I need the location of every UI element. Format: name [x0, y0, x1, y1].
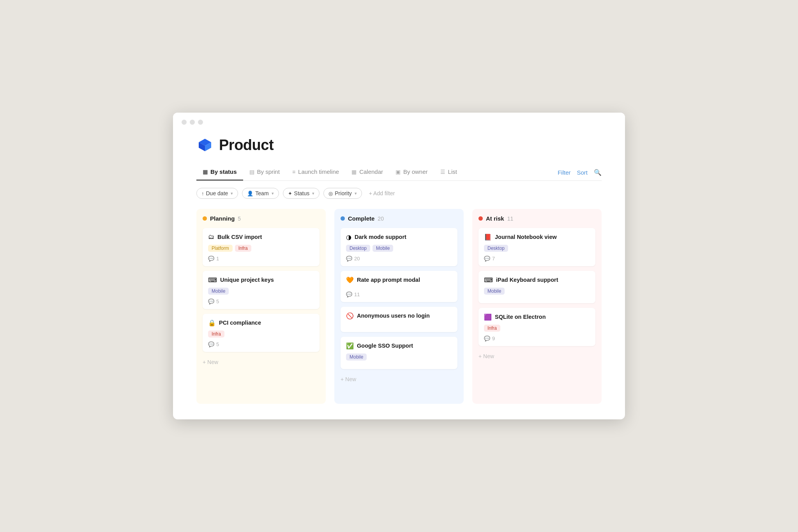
column-planning-header: Planning 5 [203, 215, 320, 222]
card-bulk-csv-icon: 🗂 [208, 233, 214, 240]
chevron-down-icon: ▾ [312, 191, 314, 196]
chevron-down-icon: ▾ [272, 191, 274, 196]
tag-desktop: Desktop [346, 245, 370, 252]
status-dot-at-risk [478, 216, 483, 221]
card-bulk-csv[interactable]: 🗂 Bulk CSV import Platform Infra 💬 1 [203, 228, 320, 266]
tab-by-status-icon: ▦ [203, 169, 208, 175]
filter-due-date[interactable]: ↑ Due date ▾ [196, 188, 238, 199]
tab-list-icon: ☰ [440, 169, 445, 175]
card-sqlite-electron-icon: 🟪 [484, 313, 492, 321]
tag-desktop: Desktop [484, 245, 508, 252]
comment-icon: 💬 [208, 341, 214, 347]
card-ipad-keyboard-title: iPad Keyboard support [496, 276, 558, 284]
card-sqlite-electron[interactable]: 🟪 SQLite on Electron Infra 💬 9 [478, 308, 595, 346]
card-ipad-keyboard-icon: ⌨ [484, 276, 493, 284]
product-icon [196, 136, 214, 154]
app-window: Product ▦ By status ▤ By sprint ≡ Launch… [173, 113, 625, 419]
tag-infra: Infra [208, 331, 224, 338]
due-date-icon: ↑ [201, 191, 204, 196]
status-dot-complete [341, 216, 345, 221]
card-google-sso[interactable]: ✅ Google SSO Support Mobile [341, 337, 457, 369]
add-filter-button[interactable]: + Add filter [366, 188, 398, 198]
tab-list[interactable]: ☰ List [434, 164, 463, 180]
card-dark-mode[interactable]: ◑ Dark mode support Desktop Mobile 💬 20 [341, 228, 457, 266]
tag-platform: Platform [208, 245, 233, 252]
card-ipad-keyboard[interactable]: ⌨ iPad Keyboard support Mobile [478, 271, 595, 303]
card-sqlite-electron-title: SQLite on Electron [495, 313, 546, 321]
column-complete-title: Complete [348, 215, 374, 222]
new-planning-button[interactable]: + New [203, 357, 320, 367]
comment-count: 11 [354, 292, 360, 297]
kanban-board: Planning 5 🗂 Bulk CSV import Platform In… [196, 209, 602, 404]
card-dark-mode-title: Dark mode support [355, 233, 406, 241]
comment-icon: 💬 [484, 336, 490, 341]
priority-icon: ◎ [328, 191, 333, 196]
card-journal-notebook-title: Journal Notebook view [495, 233, 557, 241]
tab-by-status[interactable]: ▦ By status [196, 164, 243, 180]
column-planning: Planning 5 🗂 Bulk CSV import Platform In… [196, 209, 326, 404]
chevron-down-icon: ▾ [231, 191, 233, 196]
column-at-risk-count: 11 [507, 216, 514, 222]
comment-count: 5 [216, 341, 219, 347]
card-google-sso-title: Google SSO Support [357, 342, 413, 350]
team-icon: 👤 [247, 191, 253, 196]
card-unique-project-keys-icon: ⌨ [208, 276, 217, 284]
column-at-risk-title: At risk [486, 215, 504, 222]
tab-by-owner[interactable]: ▣ By owner [389, 164, 434, 180]
tab-by-sprint[interactable]: ▤ By sprint [243, 164, 286, 180]
filter-priority[interactable]: ◎ Priority ▾ [323, 188, 362, 199]
filter-button[interactable]: Filter [558, 169, 570, 176]
comment-count: 7 [492, 256, 495, 262]
tab-actions: Filter Sort 🔍 [558, 169, 602, 176]
comment-icon: 💬 [208, 299, 214, 304]
comment-count: 1 [216, 256, 219, 262]
tab-calendar-icon: ▦ [351, 169, 357, 175]
card-journal-notebook[interactable]: 📕 Journal Notebook view Desktop 💬 7 [478, 228, 595, 266]
column-complete: Complete 20 ◑ Dark mode support Desktop … [334, 209, 464, 404]
card-rate-app-title: Rate app prompt modal [357, 276, 420, 284]
chevron-down-icon: ▾ [355, 191, 357, 196]
titlebar [173, 113, 625, 129]
new-at-risk-button[interactable]: + New [478, 352, 595, 361]
filters-row: ↑ Due date ▾ 👤 Team ▾ ✦ Status ▾ ◎ Prior… [196, 188, 602, 199]
status-icon: ✦ [288, 191, 292, 196]
new-complete-button[interactable]: + New [341, 375, 457, 384]
tab-calendar[interactable]: ▦ Calendar [345, 164, 389, 180]
tag-infra: Infra [484, 325, 500, 332]
search-icon[interactable]: 🔍 [594, 169, 602, 176]
tabs-nav: ▦ By status ▤ By sprint ≡ Launch timelin… [196, 164, 602, 181]
card-anonymous-users-icon: 🚫 [346, 312, 354, 320]
traffic-light-minimize[interactable] [190, 120, 195, 125]
page-header: Product [196, 136, 602, 154]
comment-count: 20 [354, 256, 360, 262]
card-unique-project-keys[interactable]: ⌨ Unique project keys Mobile 💬 5 [203, 271, 320, 309]
card-dark-mode-icon: ◑ [346, 233, 351, 241]
card-rate-app-prompt[interactable]: 🧡 Rate app prompt modal 💬 11 [341, 271, 457, 302]
filter-status[interactable]: ✦ Status ▾ [283, 188, 320, 199]
filter-team[interactable]: 👤 Team ▾ [242, 188, 279, 199]
comment-count: 9 [492, 336, 495, 341]
card-pci-compliance[interactable]: 🔒 PCI compliance Infra 💬 5 [203, 314, 320, 352]
status-dot-planning [203, 216, 207, 221]
tab-launch-timeline[interactable]: ≡ Launch timeline [286, 164, 345, 180]
tab-by-owner-icon: ▣ [395, 169, 401, 175]
card-anonymous-users[interactable]: 🚫 Anonymous users no login [341, 307, 457, 332]
main-content: Product ▦ By status ▤ By sprint ≡ Launch… [173, 129, 625, 419]
card-google-sso-icon: ✅ [346, 342, 354, 350]
comment-count: 5 [216, 299, 219, 304]
column-planning-title: Planning [210, 215, 235, 222]
column-at-risk: At risk 11 📕 Journal Notebook view Deskt… [472, 209, 602, 404]
column-at-risk-header: At risk 11 [478, 215, 595, 222]
traffic-light-close[interactable] [182, 120, 187, 125]
card-pci-compliance-title: PCI compliance [219, 319, 261, 327]
traffic-light-maximize[interactable] [198, 120, 203, 125]
card-anonymous-users-title: Anonymous users no login [357, 312, 430, 320]
card-bulk-csv-title: Bulk CSV import [217, 233, 262, 241]
sort-button[interactable]: Sort [577, 169, 588, 176]
card-unique-project-keys-title: Unique project keys [220, 276, 274, 284]
tab-by-sprint-icon: ▤ [249, 169, 254, 175]
tag-mobile: Mobile [346, 353, 367, 361]
tag-mobile: Mobile [484, 288, 505, 295]
tab-launch-timeline-icon: ≡ [292, 169, 295, 175]
tag-infra: Infra [235, 245, 251, 252]
